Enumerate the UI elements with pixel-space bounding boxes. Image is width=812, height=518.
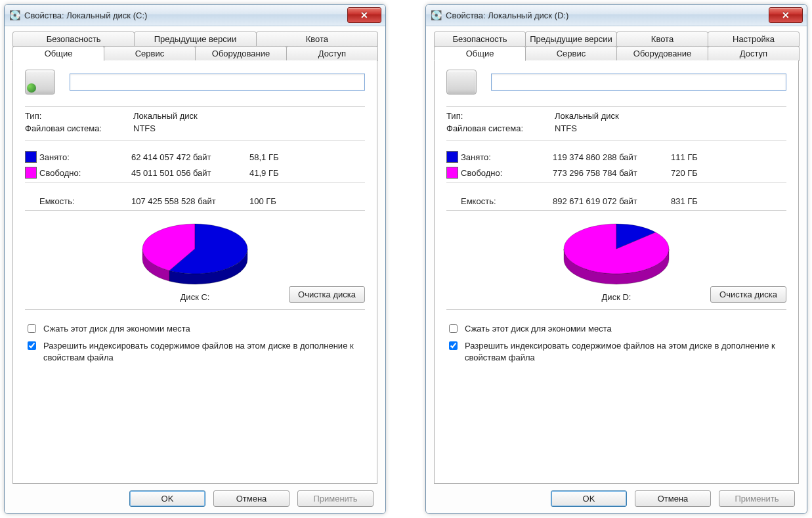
volume-label-input[interactable] bbox=[70, 74, 365, 91]
used-label: Занято: bbox=[39, 152, 131, 162]
used-human: 58,1 ГБ bbox=[249, 152, 302, 162]
type-value: Локальный диск bbox=[133, 111, 365, 121]
apply-button[interactable]: Применить bbox=[297, 490, 374, 507]
used-bytes: 119 374 860 288 байт bbox=[553, 152, 671, 162]
tab-general[interactable]: Общие bbox=[12, 46, 104, 61]
dialog-buttons: OK Отмена Применить bbox=[12, 484, 377, 507]
used-label: Занято: bbox=[461, 152, 553, 162]
separator bbox=[25, 183, 365, 183]
tab-customize[interactable]: Настройка bbox=[708, 32, 800, 47]
properties-window-d: 💽 Свойства: Локальный диск (D:) ✕ Безопа… bbox=[425, 4, 807, 514]
index-checkbox-row[interactable]: Разрешить индексировать содержимое файло… bbox=[446, 340, 786, 363]
tab-panel-general: Тип: Локальный диск Файловая система: NT… bbox=[12, 60, 377, 484]
tab-quota[interactable]: Квота bbox=[256, 32, 378, 47]
separator bbox=[446, 140, 786, 140]
client-area: Безопасность Предыдущие версии Квота Общ… bbox=[5, 26, 385, 513]
free-human: 41,9 ГБ bbox=[249, 168, 302, 178]
compress-checkbox[interactable] bbox=[28, 324, 36, 333]
type-label: Тип: bbox=[25, 111, 133, 121]
capacity-label: Емкость: bbox=[39, 196, 131, 206]
compress-label: Сжать этот диск для экономии места bbox=[43, 323, 190, 335]
close-button[interactable]: ✕ bbox=[769, 7, 803, 23]
separator bbox=[446, 183, 786, 183]
compress-label: Сжать этот диск для экономии места bbox=[465, 323, 612, 335]
free-swatch bbox=[446, 167, 458, 179]
dialog-buttons: OK Отмена Применить bbox=[434, 484, 799, 507]
index-checkbox[interactable] bbox=[28, 341, 36, 350]
compress-checkbox-row[interactable]: Сжать этот диск для экономии места bbox=[25, 323, 365, 335]
free-label: Свободно: bbox=[461, 168, 553, 178]
drive-large-icon bbox=[25, 70, 55, 95]
separator bbox=[25, 309, 365, 310]
separator bbox=[25, 140, 365, 140]
type-label: Тип: bbox=[446, 111, 555, 121]
capacity-bytes: 892 671 619 072 байт bbox=[553, 196, 671, 206]
tab-previous-versions[interactable]: Предыдущие версии bbox=[134, 32, 256, 47]
compress-checkbox[interactable] bbox=[449, 324, 458, 333]
tab-tools[interactable]: Сервис bbox=[525, 46, 617, 61]
titlebar[interactable]: 💽 Свойства: Локальный диск (D:) ✕ bbox=[426, 5, 807, 26]
separator bbox=[446, 210, 786, 211]
separator bbox=[446, 106, 786, 107]
capacity-bytes: 107 425 558 528 байт bbox=[131, 196, 249, 206]
used-bytes: 62 414 057 472 байт bbox=[131, 152, 249, 162]
ok-button[interactable]: OK bbox=[551, 490, 627, 507]
ok-button[interactable]: OK bbox=[129, 490, 205, 507]
close-button[interactable]: ✕ bbox=[347, 7, 381, 23]
client-area: Безопасность Предыдущие версии Квота Нас… bbox=[426, 26, 807, 513]
capacity-human: 100 ГБ bbox=[249, 196, 302, 206]
close-icon: ✕ bbox=[360, 10, 368, 20]
window-title: Свойства: Локальный диск (D:) bbox=[446, 11, 765, 20]
used-swatch bbox=[446, 151, 458, 163]
capacity-label: Емкость: bbox=[461, 196, 553, 206]
free-label: Свободно: bbox=[39, 168, 131, 178]
cancel-button[interactable]: Отмена bbox=[213, 490, 289, 507]
tab-security[interactable]: Безопасность bbox=[434, 32, 526, 47]
disk-cleanup-button[interactable]: Очистка диска bbox=[289, 286, 365, 303]
index-label: Разрешить индексировать содержимое файло… bbox=[465, 340, 786, 363]
separator bbox=[25, 210, 365, 211]
window-title: Свойства: Локальный диск (C:) bbox=[24, 11, 343, 20]
tab-hardware[interactable]: Оборудование bbox=[616, 46, 708, 61]
tab-sharing[interactable]: Доступ bbox=[286, 46, 378, 61]
compress-checkbox-row[interactable]: Сжать этот диск для экономии места bbox=[446, 323, 786, 335]
used-human: 111 ГБ bbox=[671, 152, 723, 162]
close-icon: ✕ bbox=[782, 10, 790, 20]
index-label: Разрешить индексировать содержимое файло… bbox=[43, 340, 365, 363]
fs-label: Файловая система: bbox=[446, 123, 555, 133]
tab-previous-versions[interactable]: Предыдущие версии bbox=[525, 32, 617, 47]
apply-button[interactable]: Применить bbox=[719, 490, 795, 507]
tabstrip: Безопасность Предыдущие версии Квота Общ… bbox=[12, 32, 377, 61]
fs-label: Файловая система: bbox=[25, 123, 133, 133]
capacity-human: 831 ГБ bbox=[671, 196, 723, 206]
tab-quota[interactable]: Квота bbox=[616, 32, 708, 47]
tab-sharing[interactable]: Доступ bbox=[708, 46, 800, 61]
used-swatch bbox=[25, 151, 37, 163]
drive-icon: 💽 bbox=[430, 9, 442, 21]
tab-hardware[interactable]: Оборудование bbox=[195, 46, 287, 61]
disk-cleanup-button[interactable]: Очистка диска bbox=[710, 286, 786, 303]
drive-large-icon bbox=[446, 70, 477, 95]
separator bbox=[25, 106, 365, 107]
cancel-button[interactable]: Отмена bbox=[635, 490, 711, 507]
tabstrip: Безопасность Предыдущие версии Квота Нас… bbox=[434, 32, 799, 61]
free-swatch bbox=[25, 167, 37, 179]
free-bytes: 773 296 758 784 байт bbox=[553, 168, 671, 178]
fs-value: NTFS bbox=[133, 123, 365, 133]
tab-general[interactable]: Общие bbox=[434, 46, 526, 61]
titlebar[interactable]: 💽 Свойства: Локальный диск (C:) ✕ bbox=[5, 5, 385, 26]
properties-window-c: 💽 Свойства: Локальный диск (C:) ✕ Безопа… bbox=[4, 4, 386, 514]
drive-icon: 💽 bbox=[9, 9, 20, 21]
fs-value: NTFS bbox=[555, 123, 786, 133]
pie-chart-c bbox=[133, 217, 257, 290]
tab-panel-general: Тип: Локальный диск Файловая система: NT… bbox=[434, 60, 799, 484]
index-checkbox[interactable] bbox=[449, 341, 458, 350]
free-bytes: 45 011 501 056 байт bbox=[131, 168, 249, 178]
index-checkbox-row[interactable]: Разрешить индексировать содержимое файло… bbox=[25, 340, 365, 363]
volume-label-input[interactable] bbox=[491, 74, 786, 91]
tab-security[interactable]: Безопасность bbox=[12, 32, 135, 47]
tab-tools[interactable]: Сервис bbox=[104, 46, 196, 61]
pie-chart-d bbox=[554, 217, 679, 290]
free-human: 720 ГБ bbox=[671, 168, 723, 178]
separator bbox=[446, 309, 786, 310]
